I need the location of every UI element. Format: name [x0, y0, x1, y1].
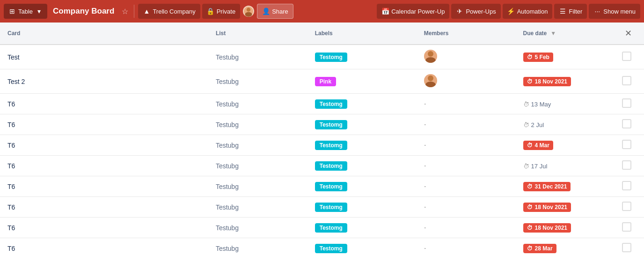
- member-empty: ·: [424, 223, 426, 232]
- workspace-button[interactable]: ▲ Trello Company: [138, 4, 200, 19]
- due-badge: ⏱ 28 Mar: [523, 244, 556, 253]
- close-table-button[interactable]: ✕: [622, 27, 635, 39]
- cell-checkbox: [615, 45, 644, 69]
- row-checkbox[interactable]: [622, 140, 631, 149]
- powerup-icon: ✈: [456, 8, 463, 15]
- table-row: T6TestubgTestomg·⏱ 18 Nov 2021: [0, 197, 644, 218]
- filter-button[interactable]: ☰ Filter: [554, 4, 587, 19]
- calendar-powerup-button[interactable]: 📅 Calendar Power-Up: [377, 4, 449, 19]
- table-header-row: Card List Labels Members Due date ▼: [0, 23, 644, 45]
- filter-label: Filter: [569, 8, 582, 15]
- cell-card: T6: [0, 156, 208, 176]
- cell-members: ·: [417, 114, 516, 135]
- cell-card: T6: [0, 135, 208, 156]
- cell-due-date: ⏱ 5 Feb: [516, 45, 615, 69]
- cell-checkbox: [615, 238, 644, 256]
- cell-list: Testubg: [208, 218, 307, 238]
- clock-icon: ⏱: [527, 54, 533, 60]
- sort-icon: ▼: [550, 30, 556, 37]
- table-row: T6TestubgTestomg·⏱ 4 Mar: [0, 135, 644, 156]
- cell-list: Testubg: [208, 197, 307, 218]
- cell-list: Testubg: [208, 135, 307, 156]
- member-empty: ·: [424, 140, 426, 150]
- cell-members: ·: [417, 135, 516, 156]
- cell-due-date: ⏱17 Jul: [516, 156, 615, 176]
- svg-point-5: [425, 82, 436, 87]
- row-checkbox[interactable]: [622, 119, 631, 128]
- cell-due-date: ⏱ 28 Mar: [516, 238, 615, 256]
- due-plain: ⏱17 Jul: [523, 163, 548, 170]
- cell-labels: Testomg: [307, 135, 417, 156]
- cell-members: [417, 69, 516, 94]
- member-empty: ·: [424, 181, 426, 191]
- row-checkbox[interactable]: [622, 98, 631, 108]
- due-badge: ⏱ 18 Nov 2021: [523, 77, 571, 86]
- view-table-button[interactable]: ⊞ Table ▾: [4, 4, 47, 19]
- table-row: Test 2TestubgPink⏱ 18 Nov 2021: [0, 69, 644, 94]
- clock-icon: ⏱: [527, 225, 533, 231]
- calendar-label: Calendar Power-Up: [391, 8, 445, 15]
- member-avatar: [424, 74, 437, 87]
- star-button[interactable]: ☆: [120, 5, 130, 18]
- cell-checkbox: [615, 218, 644, 238]
- th-card: Card: [0, 23, 208, 45]
- filter-icon: ☰: [559, 8, 566, 15]
- share-button[interactable]: 👤 Share: [257, 4, 293, 19]
- due-plain: ⏱2 Jul: [523, 121, 544, 128]
- cell-list: Testubg: [208, 45, 307, 69]
- label-badge: Testomg: [315, 223, 347, 233]
- due-plain: ⏱13 May: [523, 101, 551, 108]
- cell-list: Testubg: [208, 176, 307, 197]
- member-empty: ·: [424, 120, 426, 129]
- row-checkbox[interactable]: [622, 243, 631, 252]
- workspace-label: Trello Company: [153, 8, 195, 15]
- view-label: Table: [18, 8, 33, 15]
- cell-card: T6: [0, 218, 208, 238]
- table-row: T6TestubgTestomg·⏱ 18 Nov 2021: [0, 218, 644, 238]
- svg-point-0: [247, 8, 250, 12]
- clock-icon: ⏱: [527, 245, 533, 252]
- cell-members: ·: [417, 94, 516, 114]
- label-badge: Pink: [315, 77, 336, 86]
- cell-card: Test 2: [0, 69, 208, 94]
- cell-checkbox: [615, 94, 644, 114]
- cell-due-date: ⏱ 31 Dec 2021: [516, 176, 615, 197]
- cell-labels: Testomg: [307, 94, 417, 114]
- cell-members: ·: [417, 238, 516, 256]
- row-checkbox[interactable]: [622, 76, 631, 85]
- row-checkbox[interactable]: [622, 52, 631, 61]
- row-checkbox[interactable]: [622, 222, 631, 232]
- workspace-icon: ▲: [143, 8, 150, 15]
- cell-labels: Testomg: [307, 114, 417, 135]
- row-checkbox[interactable]: [622, 181, 631, 190]
- cards-table: Card List Labels Members Due date ▼: [0, 23, 644, 256]
- cell-checkbox: [615, 197, 644, 218]
- cell-due-date: ⏱ 18 Nov 2021: [516, 218, 615, 238]
- cell-card: T6: [0, 114, 208, 135]
- clock-icon: ⏱: [523, 163, 529, 170]
- clock-icon: ⏱: [527, 183, 533, 190]
- clock-icon: ⏱: [523, 101, 529, 108]
- cell-checkbox: [615, 69, 644, 94]
- cell-members: [417, 45, 516, 69]
- label-badge: Testomg: [315, 141, 347, 150]
- cell-labels: Testomg: [307, 176, 417, 197]
- cell-list: Testubg: [208, 238, 307, 256]
- cell-due-date: ⏱ 4 Mar: [516, 135, 615, 156]
- cell-members: ·: [417, 197, 516, 218]
- row-checkbox[interactable]: [622, 202, 631, 211]
- show-menu-button[interactable]: ··· Show menu: [589, 4, 640, 19]
- cell-due-date: ⏱13 May: [516, 94, 615, 114]
- lock-icon: 🔒: [207, 8, 214, 15]
- row-checkbox[interactable]: [622, 160, 631, 170]
- automation-button[interactable]: ⚡ Automation: [503, 4, 553, 19]
- th-list: List: [208, 23, 307, 45]
- powerups-label: Power-Ups: [466, 8, 496, 15]
- label-badge: Testomg: [315, 182, 347, 191]
- private-button[interactable]: 🔒 Private: [202, 4, 240, 19]
- board-title: Company Board: [49, 7, 118, 16]
- powerups-button[interactable]: ✈ Power-Ups: [451, 4, 500, 19]
- cell-card: T6: [0, 197, 208, 218]
- clock-icon: ⏱: [523, 121, 529, 128]
- table-row: T6TestubgTestomg·⏱2 Jul: [0, 114, 644, 135]
